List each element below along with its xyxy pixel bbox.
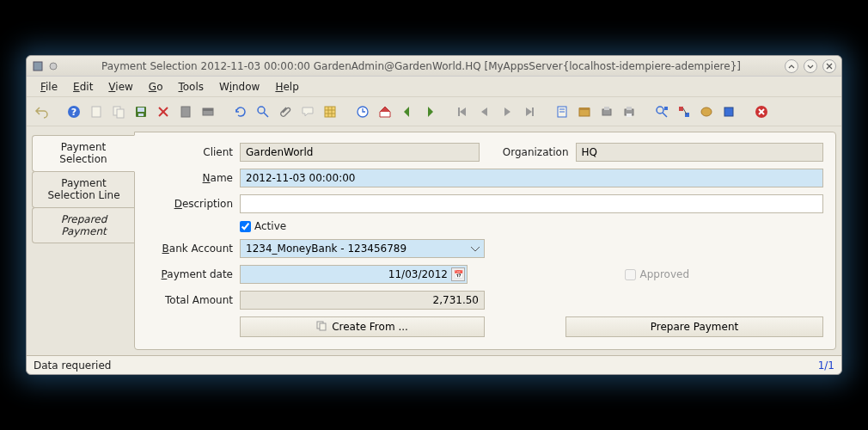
label-name: Name — [147, 172, 233, 184]
label-organization: Organization — [492, 146, 569, 158]
label-active: Active — [254, 220, 286, 232]
svg-point-17 — [258, 107, 265, 114]
organization-field — [576, 143, 824, 162]
help-icon[interactable]: ? — [64, 102, 83, 121]
label-total-amount: Total Amount — [147, 294, 233, 306]
tab-payment-selection[interactable]: Payment Selection — [32, 135, 135, 172]
svg-rect-33 — [604, 107, 609, 110]
copy-icon[interactable] — [109, 102, 128, 121]
zoom-icon[interactable] — [652, 102, 671, 121]
create-from-button[interactable]: Create From ... — [240, 316, 485, 337]
svg-point-43 — [701, 108, 712, 116]
calendar-icon[interactable]: 📅 — [451, 267, 465, 281]
back-icon[interactable] — [398, 102, 417, 121]
approved-checkbox: Approved — [625, 268, 689, 280]
status-message: Data requeried — [34, 359, 111, 372]
menubar: File Edit View Go Tools Window Help — [27, 77, 841, 97]
prepare-payment-label: Prepare Payment — [651, 321, 738, 333]
approved-checkbox-input — [625, 269, 636, 280]
menu-tools[interactable]: Tools — [171, 79, 211, 95]
svg-line-38 — [663, 113, 667, 117]
svg-rect-35 — [627, 107, 632, 110]
minimize-button[interactable] — [785, 59, 798, 73]
home-icon[interactable] — [376, 102, 394, 121]
svg-rect-36 — [627, 114, 632, 117]
svg-rect-40 — [679, 107, 683, 111]
window-menu-icon[interactable] — [47, 60, 59, 72]
svg-point-1 — [50, 63, 57, 70]
menu-window[interactable]: Window — [212, 79, 266, 95]
payment-date-field[interactable] — [240, 265, 468, 284]
app-icon — [32, 60, 44, 72]
label-approved: Approved — [639, 268, 689, 280]
svg-rect-32 — [602, 109, 611, 115]
requery-icon[interactable] — [199, 102, 217, 121]
first-icon[interactable] — [453, 102, 472, 121]
active-checkbox-input[interactable] — [240, 221, 251, 232]
report-icon[interactable] — [553, 102, 572, 121]
prepare-payment-button[interactable]: Prepare Payment — [565, 316, 823, 337]
menu-help[interactable]: Help — [268, 79, 305, 95]
svg-rect-19 — [325, 107, 335, 117]
copy-small-icon — [316, 321, 327, 334]
request-icon[interactable] — [697, 102, 716, 121]
tab-payment-selection-line[interactable]: Payment Selection Line — [32, 171, 135, 208]
label-payment-date: Payment date — [147, 268, 233, 280]
content-area: Payment Selection Payment Selection Line… — [27, 126, 841, 355]
svg-rect-49 — [320, 323, 326, 330]
menu-file[interactable]: File — [34, 79, 64, 95]
refresh-icon[interactable] — [231, 102, 250, 121]
attachment-icon[interactable] — [276, 102, 295, 121]
tab-prepared-payment[interactable]: Prepared Payment — [32, 207, 135, 244]
menu-go[interactable]: Go — [142, 79, 170, 95]
svg-rect-10 — [138, 108, 144, 112]
prev-icon[interactable] — [475, 102, 494, 121]
svg-point-37 — [657, 107, 663, 114]
save-icon[interactable] — [131, 102, 150, 121]
titlebar: Payment Selection 2012-11-03 00:00:00 Ga… — [27, 56, 841, 77]
menu-edit[interactable]: Edit — [66, 79, 100, 95]
svg-rect-31 — [579, 108, 590, 110]
svg-rect-11 — [138, 114, 144, 116]
description-field[interactable] — [240, 194, 823, 213]
delete-icon[interactable] — [154, 102, 173, 121]
bank-account-select[interactable]: 1234_MoneyBank - 123456789 — [240, 239, 485, 258]
toolbar: ? — [27, 97, 841, 126]
new-icon[interactable] — [87, 102, 106, 121]
chat-icon[interactable] — [298, 102, 317, 121]
svg-rect-14 — [181, 107, 190, 117]
svg-rect-16 — [203, 108, 213, 111]
print-preview-icon[interactable] — [597, 102, 616, 121]
svg-line-18 — [264, 113, 268, 117]
undo-icon[interactable] — [32, 102, 51, 121]
search-icon[interactable] — [254, 102, 272, 121]
next-icon[interactable] — [498, 102, 517, 121]
svg-rect-6 — [92, 107, 101, 117]
client-field — [240, 143, 480, 162]
svg-rect-25 — [458, 108, 460, 116]
product-icon[interactable] — [719, 102, 738, 121]
active-checkbox[interactable]: Active — [240, 220, 286, 232]
exit-icon[interactable] — [752, 102, 771, 121]
grid-icon[interactable] — [321, 102, 339, 121]
discard-icon[interactable] — [176, 102, 195, 121]
window-title: Payment Selection 2012-11-03 00:00:00 Ga… — [63, 60, 779, 72]
svg-rect-0 — [34, 62, 42, 71]
label-description: Description — [147, 198, 233, 210]
print-icon[interactable] — [620, 102, 639, 121]
side-tabs: Payment Selection Payment Selection Line… — [32, 132, 135, 350]
last-icon[interactable] — [520, 102, 539, 121]
total-amount-field — [240, 291, 485, 310]
svg-text:?: ? — [71, 107, 76, 118]
workflow-icon[interactable] — [675, 102, 694, 121]
history-icon[interactable] — [353, 102, 372, 121]
maximize-button[interactable] — [804, 59, 817, 73]
menu-view[interactable]: View — [101, 79, 139, 95]
close-button[interactable] — [822, 59, 836, 73]
record-counter: 1/1 — [818, 359, 834, 372]
forward-icon[interactable] — [420, 102, 439, 121]
archive-icon[interactable] — [575, 102, 594, 121]
name-field[interactable] — [240, 169, 823, 187]
label-client: Client — [147, 146, 233, 158]
statusbar: Data requeried 1/1 — [27, 355, 841, 374]
